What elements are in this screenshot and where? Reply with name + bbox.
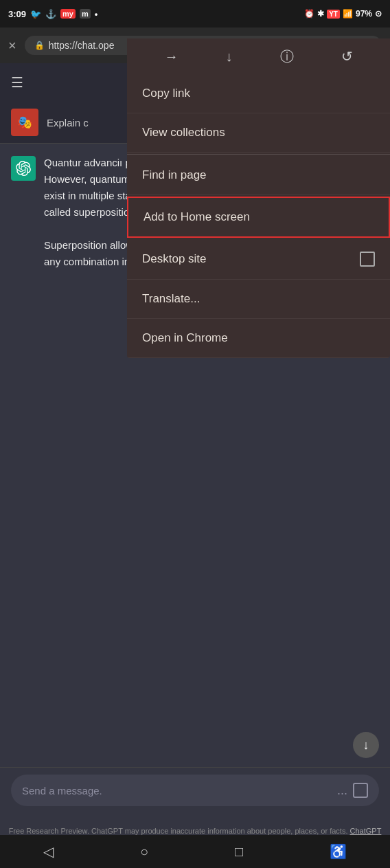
time: 3:09 bbox=[8, 9, 26, 19]
desktop-site-label: Desktop site bbox=[142, 252, 207, 266]
chat-item-label: Explain c bbox=[47, 117, 89, 129]
view-collections-label: View collections bbox=[142, 126, 225, 140]
status-bar: 3:09 🐦 ⚓ my m • ⏰ ✱ YT 📶 97% ⊙ bbox=[0, 0, 390, 27]
home-button[interactable]: ○ bbox=[140, 844, 148, 860]
status-right: ⏰ ✱ YT 📶 97% ⊙ bbox=[304, 9, 382, 19]
bluetooth-icon: ✱ bbox=[317, 9, 324, 19]
find-in-page-label: Find in page bbox=[142, 168, 207, 182]
dot-icon: • bbox=[95, 9, 98, 19]
battery-text: 97% bbox=[356, 9, 372, 19]
message-input-box[interactable]: Send a message. ... bbox=[11, 775, 379, 806]
desktop-site-item[interactable]: Desktop site bbox=[127, 239, 390, 280]
input-bar: Send a message. ... bbox=[0, 767, 390, 813]
info-icon[interactable]: ⓘ bbox=[280, 47, 294, 66]
status-left: 3:09 🐦 ⚓ my m • bbox=[8, 9, 98, 19]
scroll-down-button[interactable]: ↓ bbox=[353, 732, 379, 758]
copy-link-item[interactable]: Copy link bbox=[127, 74, 390, 113]
view-collections-item[interactable]: View collections bbox=[127, 113, 390, 153]
refresh-icon[interactable]: ↺ bbox=[341, 48, 353, 65]
chat-thumbnail: 🎭 bbox=[11, 109, 38, 136]
input-placeholder: Send a message. bbox=[22, 785, 332, 797]
anchor-icon: ⚓ bbox=[45, 9, 56, 19]
forward-icon[interactable]: → bbox=[165, 49, 179, 65]
yt-icon: YT bbox=[327, 10, 340, 19]
my-icon: my bbox=[60, 9, 76, 19]
recent-button[interactable]: □ bbox=[235, 844, 243, 860]
desktop-site-checkbox[interactable] bbox=[360, 252, 375, 267]
expand-button[interactable] bbox=[353, 783, 368, 798]
back-button[interactable]: ◁ bbox=[43, 843, 54, 860]
m-icon: m bbox=[80, 9, 91, 19]
hamburger-icon[interactable]: ☰ bbox=[11, 74, 23, 91]
battery-icon: ⊙ bbox=[375, 9, 382, 19]
lock-icon: 🔒 bbox=[34, 41, 45, 50]
open-in-chrome-item[interactable]: Open in Chrome bbox=[127, 319, 390, 358]
menu-divider-1 bbox=[127, 154, 390, 155]
scroll-down-icon: ↓ bbox=[363, 738, 369, 753]
open-in-chrome-label: Open in Chrome bbox=[142, 331, 228, 345]
download-icon[interactable]: ↓ bbox=[226, 49, 233, 65]
disclaimer-text: Free Research Preview. ChatGPT may produ… bbox=[9, 827, 348, 835]
context-menu: Copy link View collections Find in page … bbox=[127, 74, 390, 358]
find-in-page-item[interactable]: Find in page bbox=[127, 156, 390, 195]
accessibility-button[interactable]: ♿ bbox=[330, 843, 347, 860]
openai-icon bbox=[11, 156, 36, 181]
twitter-icon: 🐦 bbox=[30, 9, 41, 19]
add-to-home-screen-label: Add to Home screen bbox=[144, 210, 250, 224]
translate-label: Translate... bbox=[142, 292, 200, 306]
url-text: https://chat.ope bbox=[49, 40, 115, 51]
signal-icon: 📶 bbox=[343, 9, 353, 19]
input-dots: ... bbox=[337, 783, 347, 798]
context-toolbar: → ↓ ⓘ ↺ bbox=[127, 38, 390, 74]
alarm-icon: ⏰ bbox=[304, 9, 314, 19]
copy-link-label: Copy link bbox=[142, 87, 190, 100]
add-to-home-screen-item[interactable]: Add to Home screen bbox=[127, 197, 390, 238]
translate-item[interactable]: Translate... bbox=[127, 280, 390, 319]
nav-bar: ◁ ○ □ ♿ bbox=[0, 835, 390, 868]
close-tab-button[interactable]: × bbox=[8, 38, 16, 54]
